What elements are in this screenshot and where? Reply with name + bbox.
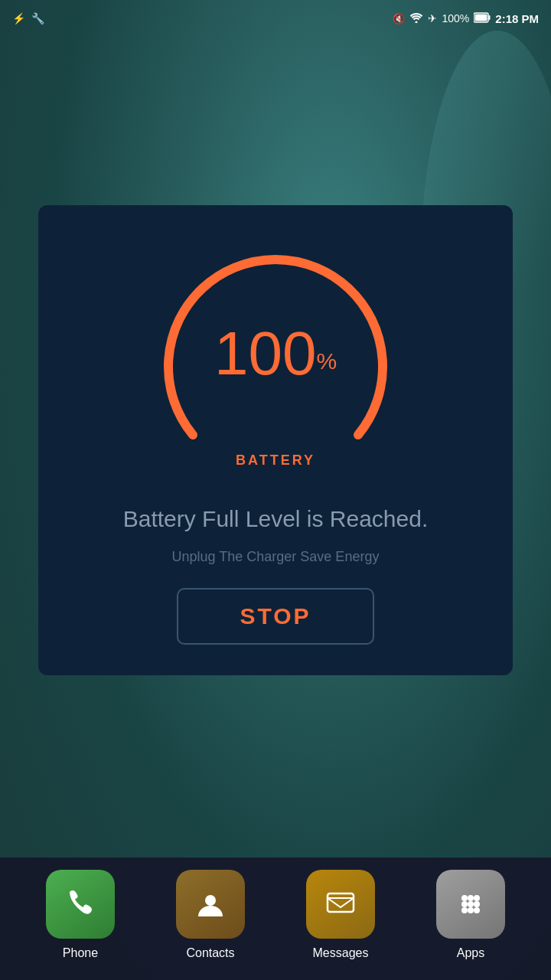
bottom-dock: Phone Contacts Messages (0, 858, 551, 980)
svg-point-0 (416, 21, 418, 23)
svg-rect-5 (328, 893, 354, 912)
battery-value-display: 100% (214, 323, 337, 384)
battery-percent-status: 100% (442, 12, 469, 24)
stop-button[interactable]: STOP (177, 588, 373, 645)
clock-display: 2:18 PM (495, 12, 539, 25)
apps-label: Apps (457, 946, 484, 960)
wrench-icon: 🔧 (31, 12, 44, 24)
battery-icon (474, 12, 491, 25)
battery-card: 100% BATTERY Battery Full Level is Reach… (38, 205, 513, 675)
battery-percent-sign: % (316, 348, 337, 374)
status-left-icons: ⚡ 🔧 (12, 12, 44, 24)
phone-label: Phone (63, 946, 98, 960)
mute-icon: 🔇 (393, 13, 405, 24)
battery-subtitle-message: Unplug The Charger Save Energy (172, 549, 380, 565)
airplane-icon: ✈ (428, 12, 437, 24)
svg-point-14 (468, 907, 474, 913)
messages-icon (306, 870, 375, 939)
battery-percent-number: 100 (214, 319, 316, 387)
apps-icon (436, 870, 505, 939)
svg-rect-3 (475, 14, 487, 21)
status-right-icons: 🔇 ✈ 100% 2:18 PM (393, 12, 539, 25)
svg-point-13 (461, 907, 468, 913)
messages-label: Messages (313, 946, 369, 960)
svg-point-9 (474, 895, 480, 901)
svg-point-12 (474, 901, 480, 907)
svg-point-8 (468, 895, 474, 901)
dock-item-phone[interactable]: Phone (46, 870, 115, 960)
svg-point-7 (461, 895, 468, 901)
dock-item-contacts[interactable]: Contacts (176, 870, 245, 960)
contacts-label: Contacts (186, 946, 234, 960)
lightning-icon: ⚡ (12, 12, 25, 24)
wifi-icon (409, 12, 423, 25)
svg-rect-2 (489, 15, 491, 20)
battery-full-message: Battery Full Level is Reached. (123, 504, 429, 534)
gauge-label-text: BATTERY (236, 452, 315, 469)
svg-point-15 (474, 907, 480, 913)
battery-gauge: 100% BATTERY (153, 236, 398, 481)
svg-point-4 (205, 895, 216, 906)
phone-icon (46, 870, 115, 939)
dock-item-messages[interactable]: Messages (306, 870, 375, 960)
svg-point-11 (468, 901, 474, 907)
dock-item-apps[interactable]: Apps (436, 870, 505, 960)
contacts-icon (176, 870, 245, 939)
status-bar: ⚡ 🔧 🔇 ✈ 100% 2:18 PM (0, 0, 551, 37)
main-content: 100% BATTERY Battery Full Level is Reach… (0, 37, 551, 675)
svg-point-10 (461, 901, 468, 907)
